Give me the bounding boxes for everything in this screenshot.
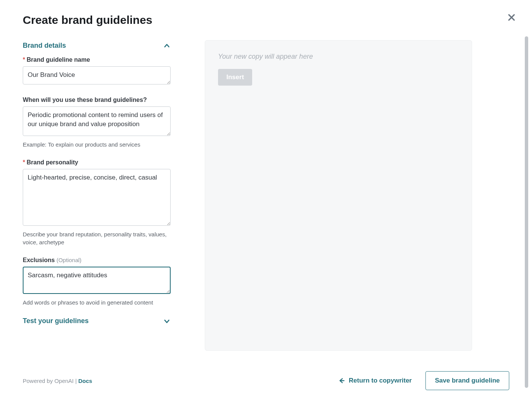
when-use-label: When will you use these brand guidelines…	[23, 97, 171, 103]
brand-name-field: *Brand guideline name	[23, 56, 171, 86]
docs-link[interactable]: Docs	[78, 378, 92, 384]
powered-by-text: Powered by OpenAI | Docs	[23, 378, 92, 384]
create-brand-guidelines-modal: Create brand guidelines Brand details *B…	[0, 0, 532, 403]
brand-personality-input[interactable]	[23, 169, 171, 226]
insert-button[interactable]: Insert	[218, 69, 252, 86]
chevron-up-icon	[163, 42, 171, 50]
when-use-input[interactable]	[23, 106, 171, 136]
required-asterisk: *	[23, 159, 25, 166]
brand-name-input[interactable]	[23, 66, 171, 84]
scrollbar[interactable]	[525, 36, 528, 388]
preview-placeholder-text: Your new copy will appear here	[218, 53, 459, 61]
exclusions-help: Add words or phrases to avoid in generat…	[23, 298, 171, 306]
modal-footer: Powered by OpenAI | Docs Return to copyw…	[23, 371, 509, 390]
return-to-copywriter-link[interactable]: Return to copywriter	[338, 377, 412, 384]
when-use-help: Example: To explain our products and ser…	[23, 141, 171, 148]
chevron-down-icon	[163, 317, 171, 325]
test-guidelines-accordion-header[interactable]: Test your guidelines	[23, 317, 171, 326]
return-label: Return to copywriter	[349, 377, 412, 384]
close-icon	[508, 14, 515, 21]
close-button[interactable]	[506, 12, 517, 23]
exclusions-input[interactable]	[23, 267, 171, 294]
exclusions-label: Exclusions (Optional)	[23, 257, 171, 264]
brand-name-label: *Brand guideline name	[23, 56, 171, 63]
optional-hint: (Optional)	[56, 257, 82, 263]
preview-panel: Your new copy will appear here Insert	[205, 40, 472, 351]
save-brand-guideline-button[interactable]: Save brand guideline	[425, 371, 509, 390]
brand-personality-field: *Brand personality Describe your brand r…	[23, 159, 171, 246]
brand-details-accordion-header[interactable]: Brand details	[23, 40, 171, 56]
test-guidelines-label: Test your guidelines	[23, 317, 89, 325]
form-column: Brand details *Brand guideline name When…	[23, 40, 171, 326]
brand-personality-label: *Brand personality	[23, 159, 171, 166]
when-use-field: When will you use these brand guidelines…	[23, 97, 171, 148]
page-title: Create brand guidelines	[23, 14, 509, 27]
brand-personality-help: Describe your brand reputation, personal…	[23, 230, 171, 246]
arrow-left-icon	[338, 377, 345, 384]
exclusions-field: Exclusions (Optional) Add words or phras…	[23, 257, 171, 306]
brand-details-label: Brand details	[23, 42, 66, 50]
preview-column: Your new copy will appear here Insert	[205, 40, 472, 351]
required-asterisk: *	[23, 56, 25, 63]
